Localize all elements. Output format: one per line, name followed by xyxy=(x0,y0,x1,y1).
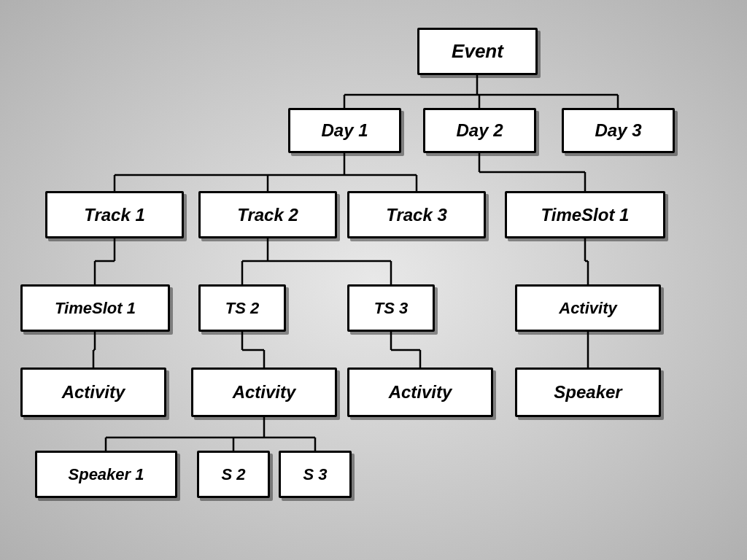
node-track3: Track 3 xyxy=(347,191,486,238)
node-s2-label: S 2 xyxy=(221,465,245,484)
node-ts2: TS 2 xyxy=(198,284,286,332)
node-timeslot1-row3: TimeSlot 1 xyxy=(505,191,665,238)
node-s2: S 2 xyxy=(197,451,270,498)
node-track1-label: Track 1 xyxy=(84,205,145,225)
node-track3-label: Track 3 xyxy=(386,205,447,225)
node-timeslot1-row3-label: TimeSlot 1 xyxy=(541,205,630,225)
node-activity-row5b-label: Activity xyxy=(233,382,296,402)
node-day2: Day 2 xyxy=(423,108,536,153)
diagram-container: Event Day 1 Day 2 Day 3 Track 1 Track 2 … xyxy=(0,0,747,560)
node-speaker-row5-label: Speaker xyxy=(554,382,622,402)
node-activity-row4-label: Activity xyxy=(559,299,616,318)
node-track2: Track 2 xyxy=(198,191,337,238)
node-s3: S 3 xyxy=(279,451,352,498)
node-speaker-row5: Speaker xyxy=(515,368,661,417)
node-event: Event xyxy=(417,28,538,75)
node-timeslot1-row4-label: TimeSlot 1 xyxy=(55,299,136,318)
node-event-label: Event xyxy=(452,40,503,63)
node-day3: Day 3 xyxy=(562,108,675,153)
node-activity-row5c: Activity xyxy=(347,368,493,417)
node-ts3-label: TS 3 xyxy=(374,299,408,318)
node-ts2-label: TS 2 xyxy=(225,299,259,318)
node-day1-label: Day 1 xyxy=(321,120,368,141)
node-track2-label: Track 2 xyxy=(237,205,298,225)
node-track1: Track 1 xyxy=(45,191,184,238)
node-activity-row5c-label: Activity xyxy=(389,382,452,402)
node-day2-label: Day 2 xyxy=(456,120,503,141)
node-speaker1: Speaker 1 xyxy=(35,451,177,498)
node-activity-row5a: Activity xyxy=(20,368,166,417)
node-day3-label: Day 3 xyxy=(595,120,641,141)
node-s3-label: S 3 xyxy=(303,465,327,484)
node-activity-row4: Activity xyxy=(515,284,661,332)
node-activity-row5b: Activity xyxy=(191,368,337,417)
node-speaker1-label: Speaker 1 xyxy=(69,465,144,484)
node-activity-row5a-label: Activity xyxy=(62,382,125,402)
node-day1: Day 1 xyxy=(288,108,401,153)
node-ts3: TS 3 xyxy=(347,284,435,332)
node-timeslot1-row4: TimeSlot 1 xyxy=(20,284,170,332)
